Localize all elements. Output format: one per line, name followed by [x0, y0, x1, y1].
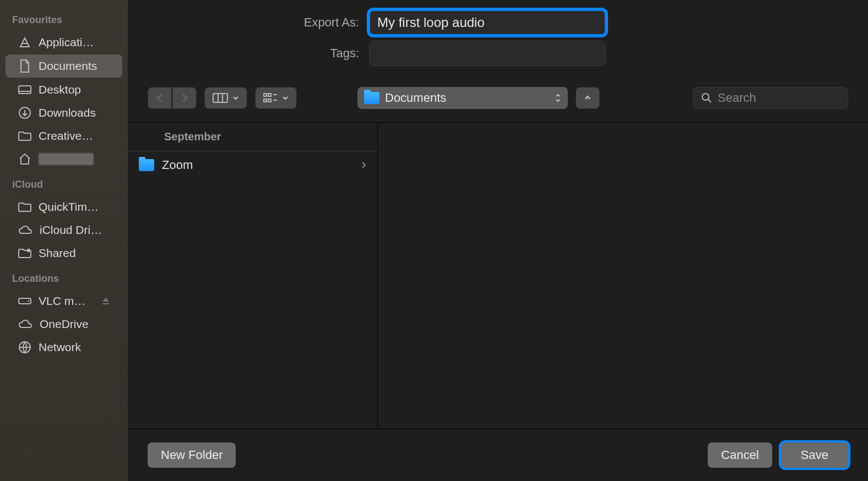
sidebar-item-label: iCloud Dri… — [40, 223, 102, 237]
tags-input[interactable] — [369, 41, 606, 66]
sidebar: Favourites Applicati… Documents Desktop … — [0, 0, 128, 481]
svg-rect-7 — [213, 94, 227, 102]
folder-icon — [18, 130, 32, 141]
section-header-favourites: Favourites — [0, 7, 128, 30]
svg-rect-10 — [264, 94, 267, 96]
sidebar-item-label: QuickTim… — [39, 200, 99, 214]
file-browser: September Zoom — [128, 122, 868, 429]
file-label: Zoom — [162, 158, 193, 172]
sidebar-item-label: Desktop — [39, 83, 81, 96]
sidebar-item-applications[interactable]: Applicati… — [6, 31, 122, 53]
sidebar-item-label: Network — [39, 341, 81, 354]
cloud-icon — [18, 319, 33, 330]
sidebar-item-label: Shared — [39, 247, 76, 260]
tags-label: Tags: — [150, 46, 359, 61]
back-button[interactable] — [148, 87, 172, 109]
save-button[interactable]: Save — [781, 442, 848, 468]
main-panel: Export As: Tags: — [128, 0, 868, 481]
redacted-label — [39, 153, 94, 165]
cloud-icon — [18, 225, 33, 236]
cancel-button[interactable]: Cancel — [708, 442, 772, 468]
svg-rect-0 — [19, 86, 31, 94]
svg-line-17 — [708, 100, 711, 102]
desktop-icon — [18, 84, 32, 95]
disk-icon — [18, 296, 32, 306]
sidebar-item-quicktime[interactable]: QuickTim… — [6, 196, 122, 218]
forward-button[interactable] — [172, 87, 197, 109]
eject-icon[interactable] — [101, 297, 110, 305]
sidebar-item-downloads[interactable]: Downloads — [6, 102, 122, 124]
sidebar-item-vlc[interactable]: VLC m… — [6, 290, 122, 312]
export-as-input[interactable] — [369, 10, 606, 35]
search-icon — [701, 92, 712, 103]
sidebar-item-desktop[interactable]: Desktop — [6, 79, 122, 101]
group-header: September — [128, 123, 377, 151]
nav-group — [148, 87, 197, 109]
column-1: September Zoom — [128, 123, 378, 429]
folder-icon — [139, 159, 154, 171]
folder-icon — [18, 201, 32, 212]
home-icon — [18, 152, 32, 166]
globe-icon — [18, 341, 32, 354]
search-field[interactable]: Search — [693, 87, 848, 109]
section-header-locations: Locations — [0, 265, 128, 289]
collapse-button[interactable] — [576, 87, 600, 109]
svg-rect-11 — [268, 94, 271, 96]
document-icon — [18, 59, 32, 73]
folder-icon — [364, 92, 379, 104]
view-columns-button[interactable] — [204, 87, 247, 109]
sidebar-item-label: Applicati… — [39, 36, 94, 49]
svg-point-16 — [702, 94, 709, 100]
section-header-icloud: iCloud — [0, 171, 128, 195]
sidebar-item-network[interactable]: Network — [6, 336, 122, 358]
group-by-button[interactable] — [255, 87, 297, 109]
sidebar-item-home[interactable] — [6, 148, 122, 170]
new-folder-button[interactable]: New Folder — [148, 442, 236, 468]
download-icon — [18, 106, 32, 119]
svg-rect-14 — [268, 99, 271, 102]
location-label: Documents — [385, 91, 446, 105]
apps-icon — [18, 36, 32, 49]
sidebar-item-label: Downloads — [39, 106, 96, 119]
search-placeholder: Search — [718, 91, 756, 105]
sidebar-item-label: Documents — [39, 59, 97, 73]
sidebar-item-label: VLC m… — [39, 294, 85, 308]
toolbar: Documents Search — [128, 80, 868, 122]
sidebar-item-documents[interactable]: Documents — [6, 54, 122, 78]
svg-rect-13 — [264, 99, 267, 102]
file-row[interactable]: Zoom — [128, 151, 377, 179]
export-as-label: Export As: — [150, 15, 359, 30]
svg-point-5 — [28, 300, 30, 302]
location-popup[interactable]: Documents — [357, 87, 568, 109]
footer: New Folder Cancel Save — [128, 429, 868, 481]
save-form: Export As: Tags: — [128, 0, 868, 80]
stepper-icon — [555, 93, 561, 103]
shared-folder-icon — [18, 248, 32, 259]
sidebar-item-shared[interactable]: Shared — [6, 242, 122, 264]
sidebar-item-icloud-drive[interactable]: iCloud Dri… — [6, 219, 122, 241]
sidebar-item-label: Creative… — [39, 129, 93, 143]
sidebar-item-label: OneDrive — [40, 318, 89, 331]
sidebar-item-creative[interactable]: Creative… — [6, 125, 122, 147]
chevron-right-icon — [361, 161, 366, 169]
sidebar-item-onedrive[interactable]: OneDrive — [6, 313, 122, 335]
column-2 — [378, 123, 868, 429]
